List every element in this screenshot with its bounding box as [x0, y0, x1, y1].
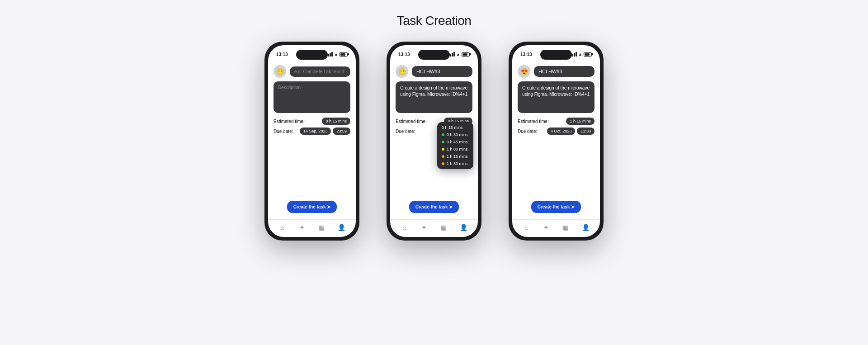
nav-profile-3[interactable]: 👤: [580, 222, 590, 232]
nav-profile-2[interactable]: 👤: [458, 222, 468, 232]
bottom-nav-1: ⌂ ✦ ▦ 👤: [268, 219, 356, 237]
avatar-1: 😶: [274, 65, 286, 78]
nav-star-2[interactable]: ✦: [419, 222, 429, 232]
dropdown-item-0[interactable]: 0 h 15 mins: [437, 124, 473, 131]
dynamic-island-2: [418, 50, 450, 60]
dropdown-item-3[interactable]: 1 h 00 mins: [437, 146, 473, 153]
phone-1: 13:13 ▲ 😶 e.g. Com: [264, 42, 359, 241]
description-box-1[interactable]: Description: [274, 81, 350, 113]
nav-profile-1[interactable]: 👤: [336, 222, 346, 232]
task-title-2[interactable]: HCI HW#3: [412, 66, 472, 77]
nav-star-3[interactable]: ✦: [541, 222, 551, 232]
estimated-row-1: Estimated time: 0 h 15 mins: [274, 118, 350, 125]
page-title: Task Creation: [397, 14, 472, 28]
due-date-3[interactable]: 4 Oct, 2023: [547, 128, 576, 135]
nav-star-1[interactable]: ✦: [297, 222, 307, 232]
nav-home-3[interactable]: ⌂: [522, 222, 532, 232]
nav-home-1[interactable]: ⌂: [278, 222, 288, 232]
wifi-icon-1: ▲: [334, 52, 338, 57]
phones-container: 13:13 ▲ 😶 e.g. Com: [264, 42, 604, 241]
due-time-3[interactable]: 11:38: [577, 128, 594, 135]
nav-calendar-1[interactable]: ▦: [317, 222, 327, 232]
dot-green-1: [442, 133, 444, 136]
dynamic-island-3: [540, 50, 572, 60]
phone-2: 13:13 ▲ 😶 HCI HW#3: [387, 42, 481, 241]
description-3[interactable]: Create a design of the microwave using F…: [518, 81, 594, 113]
estimated-label-3: Estimated time:: [518, 119, 549, 124]
nav-calendar-2[interactable]: ▦: [439, 222, 449, 232]
battery-3: [584, 52, 592, 57]
due-label-3: Due date:: [518, 129, 537, 134]
task-name-row-1: 😶 e.g. Complete Lab report: [274, 65, 350, 78]
status-time-3: 13:13: [520, 52, 532, 57]
date-chips-3: 4 Oct, 2023 11:38: [547, 128, 594, 135]
battery-2: [462, 52, 470, 57]
bottom-nav-2: ⌂ ✦ ▦ 👤: [390, 219, 478, 237]
due-row-1: Due date: 14 Sep, 2023 23:59: [274, 128, 350, 135]
due-label-2: Due date:: [396, 129, 415, 134]
create-task-btn-1[interactable]: Create the task ➤: [287, 201, 337, 213]
time-dropdown-2[interactable]: 0 h 15 mins 0 h 30 mins 0 h 45 mins 1 h …: [437, 122, 473, 169]
bottom-nav-3: ⌂ ✦ ▦ 👤: [512, 219, 600, 237]
description-2[interactable]: Create a design of the microwave using F…: [396, 81, 472, 113]
wifi-icon-2: ▲: [456, 52, 460, 57]
due-time-1[interactable]: 23:59: [333, 128, 350, 135]
avatar-3: 😍: [518, 65, 530, 78]
date-chips-1: 14 Sep, 2023 23:59: [300, 128, 350, 135]
create-task-btn-2[interactable]: Create the task ➤: [409, 201, 459, 213]
task-title-3[interactable]: HCI HW#3: [534, 66, 594, 77]
dropdown-item-1[interactable]: 0 h 30 mins: [437, 131, 473, 138]
due-label-1: Due date:: [274, 129, 293, 134]
screen-content-3: 😍 HCI HW#3 Create a design of the microw…: [512, 61, 600, 219]
status-time-1: 13:13: [276, 52, 288, 57]
dot-orange-2: [442, 162, 444, 165]
status-icons-1: ▲: [326, 52, 348, 57]
due-date-1[interactable]: 14 Sep, 2023: [300, 128, 331, 135]
screen-content-2: 😶 HCI HW#3 Create a design of the microw…: [390, 61, 478, 219]
dot-green-2: [442, 141, 444, 143]
dot-yellow-1: [442, 148, 444, 151]
estimated-value-1[interactable]: 0 h 15 mins: [322, 118, 350, 125]
estimated-label-1: Estimated time:: [274, 119, 305, 124]
nav-home-2[interactable]: ⌂: [400, 222, 410, 232]
create-task-btn-3[interactable]: Create the task ➤: [531, 201, 581, 213]
due-row-3: Due date: 4 Oct, 2023 11:38: [518, 128, 594, 135]
estimated-row-3: Estimated time: 1 h 15 mins: [518, 118, 594, 125]
nav-calendar-3[interactable]: ▦: [561, 222, 571, 232]
task-name-row-3: 😍 HCI HW#3: [518, 65, 594, 78]
avatar-2: 😶: [396, 65, 408, 78]
dropdown-item-2[interactable]: 0 h 45 mins: [437, 138, 473, 146]
status-icons-3: ▲: [570, 52, 592, 57]
dropdown-item-5[interactable]: 1 h 30 mins: [437, 160, 473, 167]
screen-content-1: 😶 e.g. Complete Lab report Description E…: [268, 61, 356, 219]
dot-orange-1: [442, 155, 444, 158]
status-icons-2: ▲: [448, 52, 470, 57]
battery-1: [340, 52, 348, 57]
task-title-input-1[interactable]: e.g. Complete Lab report: [290, 66, 350, 77]
dropdown-item-4[interactable]: 1 h 15 mins: [437, 153, 473, 160]
estimated-label-2: Estimated time:: [396, 119, 427, 124]
wifi-icon-3: ▲: [578, 52, 582, 57]
status-time-2: 13:13: [398, 52, 410, 57]
estimated-value-3[interactable]: 1 h 15 mins: [566, 118, 594, 125]
task-name-row-2: 😶 HCI HW#3: [396, 65, 472, 78]
phone-3: 13:13 ▲ 😍 HCI HW#3: [509, 42, 604, 241]
dynamic-island-1: [296, 50, 328, 60]
